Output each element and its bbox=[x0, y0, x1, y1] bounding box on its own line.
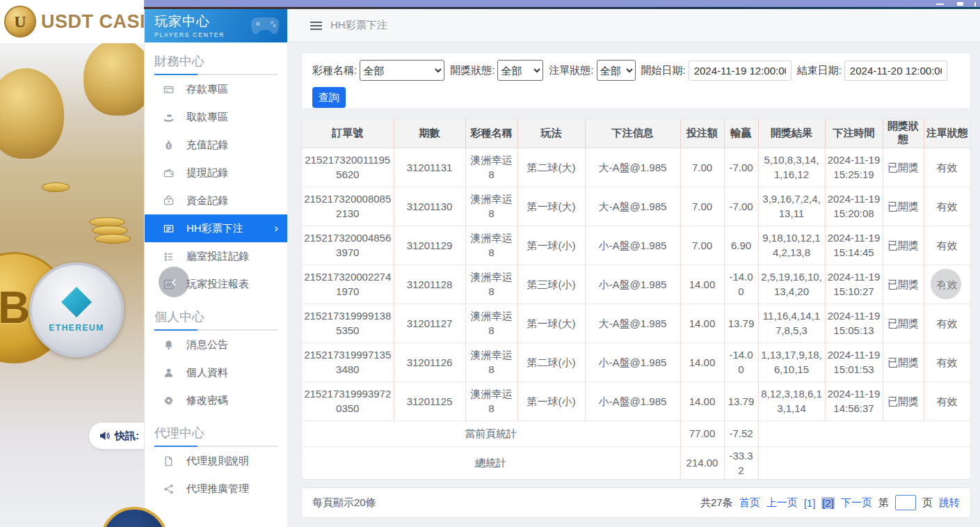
sidebar-item-funds-record[interactable]: 資金記錄 bbox=[145, 187, 287, 214]
summary-cell bbox=[758, 446, 970, 479]
sidebar-item-messages[interactable]: 消息公告 bbox=[145, 331, 287, 359]
sidebar-item-deposit[interactable]: 存款專區 bbox=[145, 75, 287, 103]
first-page-link[interactable]: 首页 bbox=[739, 496, 760, 510]
table-cell: 14.00 bbox=[680, 382, 724, 420]
table-cell: 31201129 bbox=[394, 226, 465, 265]
bell-icon bbox=[163, 339, 175, 350]
sidebar-item-recharge-record[interactable]: $充值記錄 bbox=[145, 131, 287, 159]
table-cell: 14.00 bbox=[680, 304, 724, 343]
deposit-card-icon bbox=[163, 84, 175, 95]
table-cell: 第二球(大) bbox=[517, 148, 585, 187]
brand-header: U USDT CASINO bbox=[0, 0, 144, 43]
sidebar-item-label: 消息公告 bbox=[186, 338, 228, 352]
bets-table: 訂單號期數彩種名稱玩法下注信息投注額輸贏開獎結果下注時間開獎狀態注單狀態 215… bbox=[302, 119, 970, 479]
sidebar-item-lottery-bets[interactable]: HH彩票下注› bbox=[145, 214, 287, 242]
table-cell: -14.00 bbox=[724, 265, 758, 304]
draw-status-select[interactable]: 全部 bbox=[497, 60, 543, 81]
table-cell: 澳洲幸运8 bbox=[465, 226, 517, 265]
crypto-photo: B ETHEREUM bbox=[0, 43, 144, 527]
table-header-cell: 下注時間 bbox=[825, 119, 883, 148]
sidebar-item-withdraw[interactable]: 取款專區 bbox=[145, 103, 287, 131]
total-count: 共27条 bbox=[700, 496, 733, 510]
table-row: 215217320002274197031201128澳洲幸运8第三球(小)小-… bbox=[302, 265, 970, 304]
sidebar-item-label: 存款專區 bbox=[186, 83, 228, 96]
speaker-icon bbox=[99, 430, 111, 441]
table-cell: 有效 bbox=[924, 382, 970, 420]
table-cell: 8,12,3,18,6,13,1,14 bbox=[758, 382, 825, 420]
table-cell: 2152173199971353480 bbox=[302, 343, 394, 382]
sidebar-item-label: 資金記錄 bbox=[186, 194, 228, 207]
page-links: [1][2] bbox=[804, 497, 835, 509]
table-cell: 2152173200048563970 bbox=[302, 226, 394, 265]
table-cell: 6.90 bbox=[724, 226, 758, 265]
table-cell: 7.00 bbox=[680, 187, 724, 226]
table-cell: 第一球(小) bbox=[517, 226, 585, 265]
next-page-link[interactable]: 下一页 bbox=[841, 496, 872, 510]
sidebar-item-agent-rules[interactable]: 代理規則說明 bbox=[145, 447, 287, 475]
table-header-cell: 輸贏 bbox=[724, 119, 758, 148]
news-ticker-label: 快訊: bbox=[115, 430, 139, 443]
table-cell: 2024-11-19 15:14:45 bbox=[825, 226, 883, 265]
start-date-input[interactable] bbox=[689, 61, 792, 81]
scroll-left-button[interactable]: ‹ bbox=[159, 267, 189, 297]
table-cell: 31201128 bbox=[394, 265, 465, 304]
order-status-label: 注單狀態: bbox=[549, 64, 593, 77]
jump-prefix-label: 第 bbox=[878, 496, 889, 510]
sidebar-item-label: 玩家投注報表 bbox=[186, 278, 249, 291]
moneybag-icon: $ bbox=[163, 139, 175, 150]
order-status-select[interactable]: 全部 bbox=[597, 60, 636, 81]
list-icon bbox=[163, 251, 175, 262]
table-cell: 澳洲幸运8 bbox=[465, 148, 517, 187]
table-cell: 3,9,16,7,2,4,13,11 bbox=[758, 187, 825, 226]
sidebar-item-room-bets[interactable]: 廳室投註記錄 bbox=[145, 242, 287, 270]
table-cell: 澳洲幸运8 bbox=[465, 304, 517, 343]
table-cell: 13.79 bbox=[724, 304, 758, 343]
document-icon bbox=[163, 455, 175, 466]
table-header-cell: 開獎結果 bbox=[758, 119, 825, 148]
table-row: 215217319997135348031201126澳洲幸运8第二球(小)小-… bbox=[302, 343, 970, 382]
sidebar-item-profile[interactable]: 個人資料 bbox=[145, 359, 287, 386]
table-header-cell: 下注信息 bbox=[585, 119, 680, 148]
top-banner bbox=[144, 0, 980, 7]
menu-toggle-icon[interactable] bbox=[310, 22, 322, 30]
table-cell: 已開獎 bbox=[883, 226, 924, 265]
table-header-cell: 注單狀態 bbox=[924, 119, 970, 148]
table-cell: 2152173200080852130 bbox=[302, 187, 394, 226]
end-date-input[interactable] bbox=[844, 61, 947, 81]
table-cell: 13.79 bbox=[724, 382, 758, 420]
summary-cell bbox=[758, 420, 970, 446]
table-cell: 澳洲幸运8 bbox=[465, 187, 517, 226]
jump-button[interactable]: 跳转 bbox=[939, 496, 960, 510]
table-cell: 大-A盤@1.985 bbox=[585, 187, 680, 226]
sidebar-item-label: 代理規則說明 bbox=[186, 455, 249, 468]
table-header-cell: 訂單號 bbox=[302, 119, 394, 148]
sidebar-section-title: 財務中心 bbox=[145, 42, 287, 74]
search-button[interactable]: 查詢 bbox=[312, 87, 346, 108]
table-cell: 第二球(小) bbox=[517, 343, 585, 382]
table-row: 215217320004856397031201129澳洲幸运8第一球(小)小-… bbox=[302, 226, 970, 265]
window-maximize-icon bbox=[957, 2, 963, 6]
table-cell: 2024-11-19 15:20:08 bbox=[825, 187, 883, 226]
sidebar-item-label: 代理推廣管理 bbox=[186, 482, 249, 496]
lottery-select[interactable]: 全部 bbox=[360, 60, 444, 81]
sidebar-item-agent-promotion[interactable]: 代理推廣管理 bbox=[145, 475, 287, 503]
chevron-right-icon: › bbox=[943, 275, 948, 292]
scroll-right-button[interactable]: › bbox=[931, 269, 961, 299]
sidebar-item-withdrawal-record[interactable]: 提現記錄 bbox=[145, 159, 287, 187]
page-jump-input[interactable] bbox=[895, 495, 916, 510]
prev-page-link[interactable]: 上一页 bbox=[766, 496, 798, 510]
table-cell: 1,13,17,9,18,6,10,15 bbox=[758, 343, 825, 382]
table-cell: 有效 bbox=[924, 343, 970, 382]
table-cell: 已開獎 bbox=[883, 148, 924, 187]
ethereum-diamond-icon bbox=[61, 287, 92, 317]
page-link-2[interactable]: [2] bbox=[821, 497, 835, 509]
lottery-label: 彩種名稱: bbox=[312, 64, 357, 77]
draw-status-label: 開獎狀態: bbox=[450, 64, 495, 77]
sidebar-item-change-password[interactable]: 修改密碼 bbox=[145, 386, 287, 414]
table-cell: -7.00 bbox=[724, 148, 758, 187]
chevron-left-icon: ‹ bbox=[171, 273, 176, 290]
page-link-1[interactable]: [1] bbox=[804, 497, 816, 509]
sidebar-item-label: 取款專區 bbox=[186, 111, 228, 124]
table-cell: 有效 bbox=[924, 187, 970, 226]
table-cell: 31201126 bbox=[394, 343, 465, 382]
